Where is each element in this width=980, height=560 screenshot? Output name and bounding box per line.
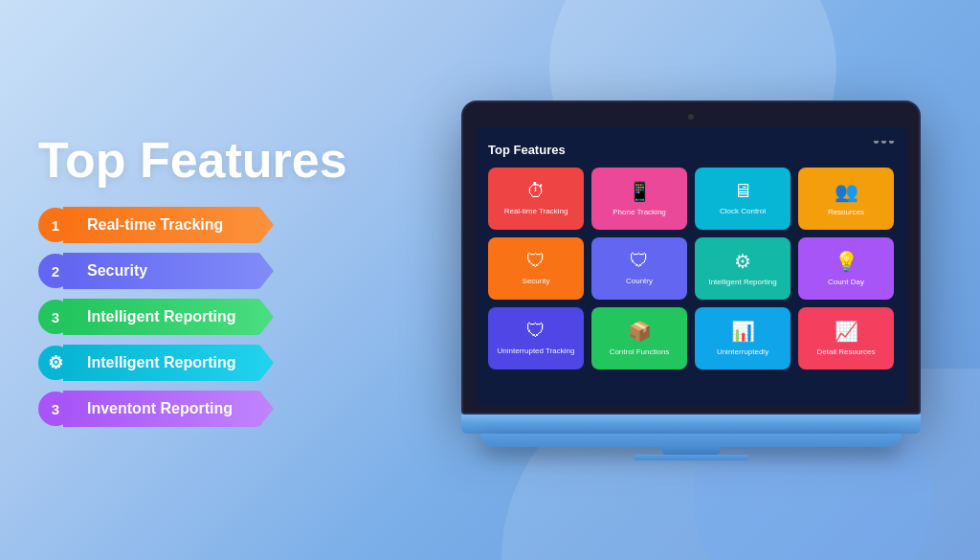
grid-label-11: Uninterruptedly <box>717 347 768 357</box>
grid-item-9: 🛡 Uninterrupted Tracking <box>488 307 584 370</box>
content-wrapper: Top Features 1 Real-time Tracking 2 Secu… <box>0 0 980 560</box>
grid-item-8: 💡 Count Day <box>798 237 894 300</box>
grid-item-12: 📈 Detail Resources <box>798 307 894 370</box>
feature-badge-2: 2 <box>38 254 73 288</box>
page-title: Top Features <box>38 133 440 188</box>
dot-2 <box>881 141 886 144</box>
laptop-grid: ⏱ Real-time Tracking 📱 Phone Tracking 🖥 … <box>488 168 894 370</box>
grid-label-7: Intelligent Reporting <box>708 278 776 287</box>
grid-icon-2: 📱 <box>628 180 652 203</box>
feature-badge-3: 3 <box>38 300 73 334</box>
grid-label-10: Control Functions <box>610 347 670 357</box>
feature-label-3: Intelligent Reporting <box>63 299 274 335</box>
left-panel: Top Features 1 Real-time Tracking 2 Secu… <box>38 133 440 427</box>
feature-badge-4: ⚙ <box>38 346 73 380</box>
right-panel: Top Features ⏱ Real-time Tracking 📱 Phon… <box>440 101 942 460</box>
feature-item-1: 1 Real-time Tracking <box>38 207 440 243</box>
grid-item-11: 📊 Uninterruptedly <box>695 307 791 370</box>
laptop-dots <box>874 141 894 144</box>
grid-icon-8: 💡 <box>835 250 858 273</box>
feature-item-4: ⚙ Intelligent Reporting <box>38 345 440 381</box>
grid-item-6: 🛡 Country <box>591 237 687 300</box>
laptop-title: Top Features <box>488 143 566 157</box>
feature-badge-1: 1 <box>38 208 73 242</box>
grid-item-4: 👥 Resources <box>798 168 894 230</box>
grid-item-1: ⏱ Real-time Tracking <box>488 168 584 230</box>
grid-icon-1: ⏱ <box>526 180 546 202</box>
grid-label-4: Resources <box>828 208 864 217</box>
grid-item-7: ⚙ Intelligent Reporting <box>695 237 791 300</box>
grid-item-5: 🛡 Security <box>488 237 584 300</box>
laptop-bottom <box>480 434 902 447</box>
grid-item-2: 📱 Phone Tracking <box>591 168 687 230</box>
grid-icon-10: 📦 <box>628 320 652 343</box>
feature-label-1: Real-time Tracking <box>63 207 274 243</box>
feature-list: 1 Real-time Tracking 2 Security 3 Intell… <box>38 207 440 427</box>
grid-label-1: Real-time Tracking <box>504 207 568 216</box>
grid-icon-3: 🖥 <box>733 180 752 202</box>
dot-3 <box>889 141 894 144</box>
grid-label-2: Phone Tracking <box>612 208 666 217</box>
grid-label-9: Uninterrupted Tracking <box>498 347 575 356</box>
grid-label-12: Detail Resources <box>817 347 876 357</box>
camera-dot <box>688 114 694 120</box>
dot-1 <box>874 141 879 144</box>
grid-item-3: 🖥 Clock Control <box>695 168 791 230</box>
grid-label-6: Country <box>626 277 653 286</box>
feature-label-4: Intelligent Reporting <box>63 345 274 381</box>
laptop-base <box>461 414 921 434</box>
grid-label-8: Count Day <box>828 278 864 287</box>
grid-icon-6: 🛡 <box>630 250 649 272</box>
laptop-foot <box>634 455 748 460</box>
laptop: Top Features ⏱ Real-time Tracking 📱 Phon… <box>461 101 921 460</box>
laptop-screen-outer: Top Features ⏱ Real-time Tracking 📱 Phon… <box>461 101 921 414</box>
grid-item-10: 📦 Control Functions <box>591 307 687 370</box>
grid-label-3: Clock Control <box>720 207 766 216</box>
grid-icon-12: 📈 <box>835 320 858 343</box>
grid-icon-4: 👥 <box>835 180 858 203</box>
grid-icon-7: ⚙ <box>734 250 751 273</box>
grid-icon-5: 🛡 <box>526 250 546 272</box>
feature-label-5: Inventont Reporting <box>63 391 274 427</box>
grid-icon-9: 🛡 <box>526 320 546 342</box>
feature-badge-5: 3 <box>38 392 73 426</box>
laptop-stand <box>662 447 720 455</box>
laptop-screen-inner: Top Features ⏱ Real-time Tracking 📱 Phon… <box>475 127 907 405</box>
grid-label-5: Security <box>523 277 550 286</box>
grid-icon-11: 📊 <box>731 320 755 343</box>
feature-item-2: 2 Security <box>38 253 440 289</box>
feature-item-3: 3 Intelligent Reporting <box>38 299 440 335</box>
feature-item-5: 3 Inventont Reporting <box>38 391 440 427</box>
feature-label-2: Security <box>63 253 274 289</box>
